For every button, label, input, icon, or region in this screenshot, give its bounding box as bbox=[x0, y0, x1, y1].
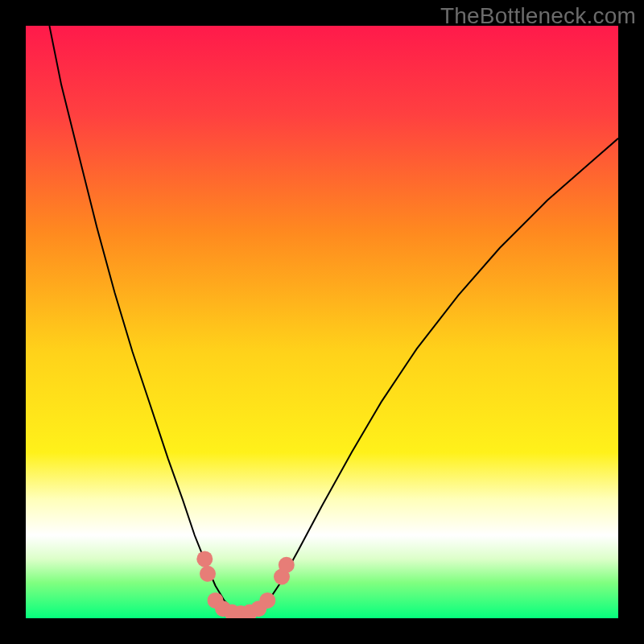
plot-area bbox=[26, 26, 618, 618]
marker-dot bbox=[279, 557, 295, 573]
marker-dot bbox=[196, 551, 213, 567]
gradient-background bbox=[26, 26, 618, 618]
marker-dot bbox=[259, 592, 275, 609]
marker-dot bbox=[200, 566, 216, 582]
chart-svg bbox=[26, 26, 618, 618]
outer-frame: TheBottleneck.com bbox=[0, 0, 644, 644]
